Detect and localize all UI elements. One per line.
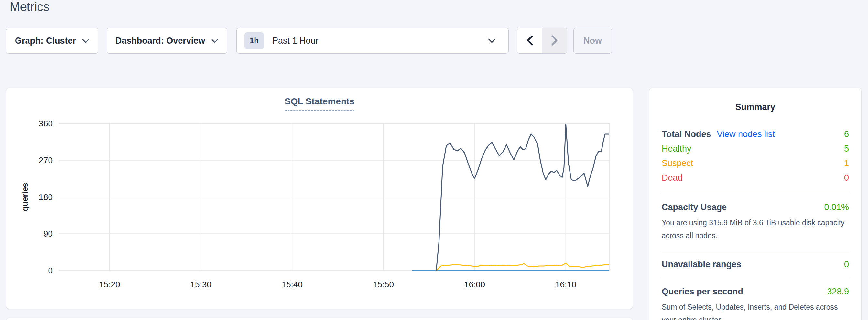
healthy-value: 5 bbox=[844, 144, 849, 154]
now-button[interactable]: Now bbox=[574, 28, 612, 54]
divider bbox=[662, 278, 849, 278]
x-tick-label: 16:00 bbox=[464, 280, 485, 289]
total-nodes-row: Total Nodes View nodes list 6 bbox=[662, 127, 849, 141]
next-chart-card bbox=[6, 318, 633, 320]
y-tick-label: 0 bbox=[48, 266, 53, 276]
dashboard-selector-label: Dashboard: Overview bbox=[116, 36, 205, 46]
node-status-table: Total Nodes View nodes list 6 Healthy 5 … bbox=[662, 127, 849, 185]
divider bbox=[662, 251, 849, 251]
x-tick-label: 15:50 bbox=[373, 280, 394, 289]
y-tick-label: 180 bbox=[39, 192, 53, 202]
unavailable-ranges-label: Unavailable ranges bbox=[662, 260, 741, 269]
capacity-usage-section: Capacity Usage 0.01% You are using 315.9… bbox=[662, 202, 849, 243]
time-range-dropdown[interactable]: 1h Past 1 Hour bbox=[237, 28, 509, 54]
dead-nodes-row: Dead 0 bbox=[662, 171, 849, 185]
suspect-value: 1 bbox=[844, 158, 849, 168]
queries-per-second-value: 328.9 bbox=[827, 287, 849, 297]
x-tick-label: 15:40 bbox=[282, 280, 303, 289]
y-tick-label: 360 bbox=[39, 119, 53, 128]
time-window-badge: 1h bbox=[245, 32, 264, 49]
chart-line-navy bbox=[436, 124, 609, 271]
y-axis-label: queries bbox=[20, 183, 29, 212]
capacity-usage-description: You are using 315.9 MiB of 3.6 TiB usabl… bbox=[662, 216, 849, 243]
x-tick-label: 15:30 bbox=[190, 280, 212, 289]
unavailable-ranges-section: Unavailable ranges 0 bbox=[662, 260, 849, 269]
suspect-label: Suspect bbox=[662, 158, 693, 168]
chevron-down-icon bbox=[488, 38, 496, 43]
capacity-usage-label: Capacity Usage bbox=[662, 202, 727, 212]
toolbar: Graph: Cluster Dashboard: Overview 1h Pa… bbox=[6, 28, 612, 54]
dead-label: Dead bbox=[662, 173, 683, 183]
y-tick-label: 270 bbox=[39, 156, 53, 165]
sql-statements-chart[interactable]: 09018027036015:2015:3015:4015:5016:0016:… bbox=[6, 88, 633, 301]
total-nodes-label: Total Nodes bbox=[662, 129, 711, 139]
chevron-left-icon bbox=[526, 35, 534, 47]
queries-per-second-label: Queries per second bbox=[662, 287, 743, 297]
total-nodes-value: 6 bbox=[844, 129, 849, 139]
dead-value: 0 bbox=[844, 173, 849, 183]
healthy-nodes-row: Healthy 5 bbox=[662, 141, 849, 156]
sql-statements-card: SQL Statements 09018027036015:2015:3015:… bbox=[6, 88, 633, 309]
healthy-label: Healthy bbox=[662, 144, 691, 154]
page-title: Metrics bbox=[10, 0, 49, 14]
summary-title: Summary bbox=[662, 102, 849, 112]
chevron-down-icon bbox=[82, 38, 90, 43]
prev-time-button[interactable] bbox=[518, 28, 542, 53]
dashboard-selector-dropdown[interactable]: Dashboard: Overview bbox=[107, 28, 227, 54]
queries-per-second-description: Sum of Selects, Updates, Inserts, and De… bbox=[662, 300, 849, 320]
chevron-down-icon bbox=[211, 38, 219, 43]
y-tick-label: 90 bbox=[43, 229, 53, 238]
summary-panel: Summary Total Nodes View nodes list 6 He… bbox=[649, 88, 862, 320]
next-time-button[interactable] bbox=[542, 28, 567, 53]
graph-selector-dropdown[interactable]: Graph: Cluster bbox=[6, 28, 98, 54]
time-pager bbox=[517, 28, 567, 54]
capacity-usage-value: 0.01% bbox=[824, 202, 849, 212]
divider bbox=[662, 194, 849, 194]
view-nodes-list-link[interactable]: View nodes list bbox=[717, 129, 775, 139]
unavailable-ranges-value: 0 bbox=[844, 260, 849, 269]
suspect-nodes-row: Suspect 1 bbox=[662, 156, 849, 171]
x-tick-label: 16:10 bbox=[555, 280, 576, 289]
x-tick-label: 15:20 bbox=[99, 280, 120, 289]
graph-selector-label: Graph: Cluster bbox=[15, 36, 76, 46]
queries-per-second-section: Queries per second 328.9 Sum of Selects,… bbox=[662, 287, 849, 320]
chevron-right-icon bbox=[551, 35, 559, 47]
chart-line-yellow bbox=[436, 263, 609, 270]
time-window-label: Past 1 Hour bbox=[272, 36, 318, 46]
